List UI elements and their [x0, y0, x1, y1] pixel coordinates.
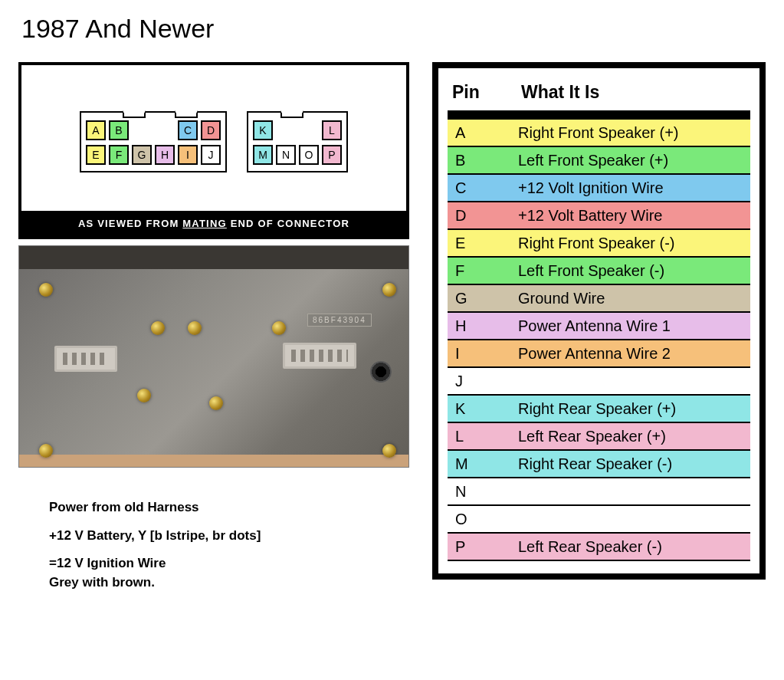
page-title: 1987 And Newer	[21, 14, 766, 44]
pinout-cell-pin: K	[448, 397, 517, 421]
pinout-row: IPower Antenna Wire 2	[448, 340, 750, 368]
pinout-header-pin: Pin	[452, 82, 521, 103]
note-line-3: =12 V Ignition Wire	[49, 554, 409, 573]
screw-icon	[382, 444, 396, 458]
pinout-cell-what: Left Rear Speaker (-)	[517, 535, 750, 559]
pinout-cell-what	[517, 378, 750, 384]
connector-pin-C: C	[178, 120, 198, 140]
pinout-cell-pin: M	[448, 452, 517, 476]
connector-pin-E: E	[86, 145, 106, 165]
connector-pin-P: P	[322, 145, 342, 165]
screw-icon	[137, 389, 151, 402]
connector-blank-cell	[155, 120, 175, 140]
pinout-row: ARight Front Speaker (+)	[448, 120, 750, 147]
connector-small: KLMNOP	[247, 111, 348, 172]
note-line-1: Power from old Harness	[49, 498, 409, 517]
pinout-cell-what: Power Antenna Wire 2	[517, 342, 750, 366]
mating-caption: AS VIEWED FROM MATING END OF CONNECTOR	[21, 211, 406, 236]
pinout-row: O	[448, 506, 750, 534]
pinout-cell-what: Left Rear Speaker (+)	[517, 425, 750, 448]
connector-key-notch	[175, 110, 198, 118]
pinout-row: FLeft Front Speaker (-)	[448, 258, 750, 285]
screw-icon	[39, 283, 53, 297]
connector-large-grid: ABCDEFGHIJ	[80, 111, 227, 172]
screw-icon	[382, 283, 396, 297]
pinout-cell-pin: N	[448, 480, 517, 504]
part-number-label: 86BF43904	[307, 314, 372, 327]
pinout-header-what: What It Is	[521, 82, 746, 103]
connector-blank-cell	[132, 120, 152, 140]
pinout-cell-pin: E	[448, 232, 517, 255]
connector-pin-F: F	[109, 145, 129, 165]
pinout-table: Pin What It Is ARight Front Speaker (+)B…	[432, 62, 766, 580]
pinout-cell-what: Left Front Speaker (-)	[517, 259, 750, 283]
pinout-cell-pin: F	[448, 259, 517, 283]
pinout-row: N	[448, 478, 750, 506]
connector-blank-cell	[299, 120, 319, 140]
connector-pin-O: O	[299, 145, 319, 165]
pinout-row: J	[448, 368, 750, 396]
pinout-row: MRight Rear Speaker (-)	[448, 451, 750, 478]
pinout-cell-pin: C	[448, 176, 517, 200]
pinout-row: HPower Antenna Wire 1	[448, 313, 750, 340]
pinout-row: LLeft Rear Speaker (+)	[448, 423, 750, 451]
pinout-row: D+12 Volt Battery Wire	[448, 202, 750, 230]
connector-pin-L: L	[322, 120, 342, 140]
screw-icon	[151, 321, 165, 335]
connector-pin-H: H	[155, 145, 175, 165]
radio-back-photo: 86BF43904	[18, 245, 409, 468]
screw-icon	[209, 396, 223, 410]
pinout-row: PLeft Rear Speaker (-)	[448, 534, 750, 561]
note-line-2: +12 V Battery, Y [b lstripe, br dots]	[49, 527, 409, 546]
pinout-cell-pin: H	[448, 314, 517, 338]
pinout-row: ERight Front Speaker (-)	[448, 230, 750, 258]
note-line-4: Grey with brown.	[49, 573, 409, 593]
pinout-row: C+12 Volt Ignition Wire	[448, 175, 750, 202]
connector-pin-I: I	[178, 145, 198, 165]
pinout-cell-pin: G	[448, 287, 517, 310]
pinout-cell-what: Right Rear Speaker (+)	[517, 397, 750, 421]
pinout-header: Pin What It Is	[448, 79, 750, 110]
pinout-body: ARight Front Speaker (+)BLeft Front Spea…	[448, 120, 750, 561]
harness-plug	[283, 343, 356, 369]
harness-notes: Power from old Harness +12 V Battery, Y …	[49, 498, 409, 593]
pinout-header-sep	[448, 110, 750, 120]
pinout-cell-pin: B	[448, 149, 517, 172]
screw-icon	[188, 321, 202, 335]
pinout-row: GGround Wire	[448, 285, 750, 313]
pinout-row: BLeft Front Speaker (+)	[448, 147, 750, 175]
screw-icon	[272, 321, 286, 335]
pinout-cell-pin: A	[448, 121, 517, 145]
pinout-cell-pin: D	[448, 204, 517, 228]
antenna-jack	[370, 361, 392, 383]
pinout-cell-pin: P	[448, 535, 517, 559]
pinout-cell-what: +12 Volt Battery Wire	[517, 204, 750, 228]
connector-pin-A: A	[86, 120, 106, 140]
connector-pin-G: G	[132, 145, 152, 165]
pinout-cell-pin: J	[448, 370, 517, 393]
connector-key-notch	[123, 110, 146, 118]
pinout-cell-what	[517, 516, 750, 522]
pinout-row: KRight Rear Speaker (+)	[448, 396, 750, 423]
pinout-cell-what: Right Rear Speaker (-)	[517, 452, 750, 476]
connector-pin-D: D	[201, 120, 221, 140]
connector-blank-cell	[276, 120, 296, 140]
screw-icon	[39, 444, 53, 458]
connector-small-grid: KLMNOP	[247, 111, 348, 172]
harness-plug	[54, 346, 117, 372]
connector-large: ABCDEFGHIJ	[80, 111, 227, 172]
pinout-cell-what	[517, 488, 750, 494]
pinout-cell-pin: O	[448, 508, 517, 531]
connector-diagram-box: ABCDEFGHIJ KLMNOP AS VIEWED FROM MATING …	[18, 62, 409, 239]
pinout-cell-what: Right Front Speaker (-)	[517, 232, 750, 255]
pinout-cell-pin: I	[448, 342, 517, 366]
pinout-cell-what: Ground Wire	[517, 287, 750, 310]
pinout-cell-pin: L	[448, 425, 517, 448]
pinout-cell-what: Left Front Speaker (+)	[517, 149, 750, 172]
connector-pin-N: N	[276, 145, 296, 165]
connector-key-notch	[280, 110, 303, 118]
pinout-cell-what: Right Front Speaker (+)	[517, 121, 750, 145]
connector-pin-K: K	[253, 120, 273, 140]
connector-pin-B: B	[109, 120, 129, 140]
connector-pin-J: J	[201, 145, 221, 165]
